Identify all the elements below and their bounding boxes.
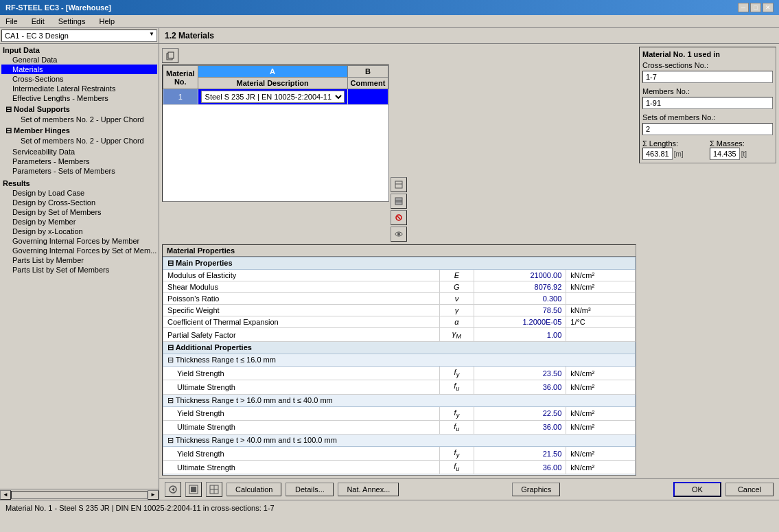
table-row[interactable]: 1 Steel S 235 JR | EN 10025-2:2004-11 [163, 89, 388, 105]
menu-file[interactable]: File [3, 16, 21, 26]
tree-item-design-member[interactable]: Design by Member [1, 217, 157, 227]
prop-row-ultimate-3: Ultimate Strength fu 36.00 kN/cm² [163, 461, 636, 474]
members-label: Members No.: [642, 87, 773, 95]
nav-btn-2[interactable] [185, 482, 202, 497]
material-desc-cell[interactable]: Steel S 235 JR | EN 10025-2:2004-11 [198, 89, 347, 105]
prop-value-elasticity: 21000.00 [474, 270, 566, 281]
right-panel: 1.2 Materials [159, 28, 779, 500]
svg-rect-14 [191, 487, 196, 492]
table-action-btn-3[interactable] [391, 210, 407, 225]
tree-item-general-data[interactable]: General Data [1, 55, 157, 65]
prop-value-thermal: 1.2000E-05 [474, 316, 566, 328]
nav-btn-1[interactable] [165, 482, 181, 497]
scroll-right-btn[interactable]: ► [148, 490, 159, 500]
table-action-btn-2[interactable] [391, 194, 407, 209]
tree-item-parameters-sets[interactable]: Parameters - Sets of Members [1, 166, 157, 176]
menu-settings[interactable]: Settings [56, 16, 89, 26]
material-dropdown[interactable]: Steel S 235 JR | EN 10025-2:2004-11 [201, 91, 345, 103]
prop-name-yield-1: Yield Strength [163, 367, 440, 380]
nav-icon-1 [168, 485, 178, 494]
content-area: Material No. A B [159, 44, 779, 478]
nav-btn-3[interactable] [206, 482, 222, 497]
prop-name-weight: Specific Weight [163, 305, 440, 316]
prop-value-poisson: 0.300 [474, 293, 566, 305]
prop-unit-yield-1: kN/cm² [566, 367, 636, 380]
tree-item-nodal-upper-chord[interactable]: Set of members No. 2 - Upper Chord [1, 115, 157, 124]
members-field: Members No.: 1-91 [642, 87, 773, 109]
prop-unit-ultimate-1: kN/cm² [566, 380, 636, 394]
prop-unit-ultimate-3: kN/cm² [566, 461, 636, 474]
tree-item-parameters-members[interactable]: Parameters - Members [1, 157, 157, 166]
tree-item-parts-list-member[interactable]: Parts List by Member [1, 255, 157, 265]
ok-btn[interactable]: OK [673, 482, 721, 497]
prop-row-yield-2: Yield Strength fy 22.50 kN/cm² [163, 406, 636, 420]
sigma-lengths-row: 463.81 [m] [642, 148, 706, 160]
table-right-toolbar [389, 47, 407, 242]
prop-name-poisson: Poisson's Ratio [163, 293, 440, 305]
prop-symbol-yield-3: fy [439, 446, 474, 460]
close-btn[interactable]: ✕ [763, 3, 774, 12]
additional-props-header-row: ⊟ Additional Properties [163, 342, 636, 354]
svg-rect-2 [395, 181, 402, 188]
action2-icon [395, 197, 403, 205]
prop-name-ultimate-2: Ultimate Strength [163, 420, 440, 434]
prop-unit-ultimate-2: kN/cm² [566, 420, 636, 434]
thickness-range-2-header: ⊟ Thickness Range t > 16.0 mm and t ≤ 40… [163, 394, 636, 406]
maximize-btn[interactable]: □ [750, 3, 761, 12]
prop-unit-yield-2: kN/cm² [566, 406, 636, 420]
tree-item-hinges-upper-chord[interactable]: Set of members No. 2 - Upper Chord [1, 136, 157, 146]
tree-item-gov-internal-member[interactable]: Governing Internal Forces by Member [1, 236, 157, 246]
col-material-no-header: Material No. [163, 66, 198, 89]
sets-value: 2 [642, 123, 773, 135]
thickness-range-4-label: ⊟ Thickness Range t > 100.0 mm and t ≤ 1… [163, 474, 636, 476]
tree-item-design-x-location[interactable]: Design by x-Location [1, 227, 157, 236]
thickness-range-3-header: ⊟ Thickness Range t > 40.0 mm and t ≤ 10… [163, 434, 636, 446]
case-selector: CA1 - EC 3 Design [0, 28, 159, 44]
prop-unit-shear: kN/cm² [566, 281, 636, 293]
tree-item-design-load-case[interactable]: Design by Load Case [1, 188, 157, 198]
details-btn[interactable]: Details... [286, 483, 334, 496]
left-panel: CA1 - EC 3 Design Input Data General Dat… [0, 28, 159, 500]
graphics-btn[interactable]: Graphics [512, 483, 560, 496]
nav-icon-2 [189, 485, 198, 494]
minimize-btn[interactable]: ─ [738, 3, 749, 12]
tree-item-parts-list-set[interactable]: Parts List by Set of Members [1, 265, 157, 275]
copy-btn[interactable] [162, 48, 178, 63]
calculation-btn[interactable]: Calculation [226, 483, 281, 496]
material-comment-cell [347, 89, 388, 105]
case-select[interactable]: CA1 - EC 3 Design [1, 30, 157, 42]
tree-item-gov-internal-set[interactable]: Governing Internal Forces by Set of Mem.… [1, 246, 157, 255]
cancel-btn[interactable]: Cancel [725, 483, 774, 496]
tree-item-materials[interactable]: Materials [1, 65, 157, 74]
properties-section: Material Properties ⊟ Main Properties Mo… [162, 244, 636, 476]
tree-panel: Input Data General Data Materials Cross-… [0, 44, 159, 489]
thickness-range-1-header: ⊟ Thickness Range t ≤ 16.0 mm [163, 354, 636, 367]
sets-field: Sets of members No.: 2 [642, 113, 773, 135]
thickness-range-3-label: ⊟ Thickness Range t > 40.0 mm and t ≤ 10… [163, 434, 636, 446]
tree-group-member-hinges: ⊟ Member Hinges [1, 126, 157, 136]
prop-symbol-shear: G [439, 281, 474, 293]
tree-item-effective-lengths[interactable]: Effective Lengths - Members [1, 93, 157, 103]
sigma-masses-row: 14.435 [t] [710, 148, 773, 160]
prop-value-shear: 8076.92 [474, 281, 566, 293]
prop-value-ultimate-3: 36.00 [474, 461, 566, 474]
table-action-btn-4[interactable] [391, 227, 407, 242]
thickness-range-2-label: ⊟ Thickness Range t > 16.0 mm and t ≤ 40… [163, 394, 636, 406]
sigma-masses-item: Σ Masses: 14.435 [t] [710, 139, 773, 160]
tree-item-cross-sections[interactable]: Cross-Sections [1, 74, 157, 84]
tree-item-serviceability[interactable]: Serviceability Data [1, 147, 157, 157]
tree-item-intermediate-lateral[interactable]: Intermediate Lateral Restraints [1, 84, 157, 93]
svg-rect-4 [395, 198, 402, 205]
title-bar-buttons: ─ □ ✕ [738, 3, 774, 12]
tree-item-design-cross-section[interactable]: Design by Cross-Section [1, 198, 157, 207]
table-action-btn-1[interactable] [391, 177, 407, 192]
nat-annex-btn[interactable]: Nat. Annex... [338, 483, 399, 496]
tree-item-design-set-members[interactable]: Design by Set of Members [1, 207, 157, 217]
prop-symbol-poisson: ν [439, 293, 474, 305]
menu-edit[interactable]: Edit [29, 16, 47, 26]
menu-help[interactable]: Help [96, 16, 117, 26]
scroll-left-btn[interactable]: ◄ [0, 490, 11, 500]
prop-name-elasticity: Modulus of Elasticity [163, 270, 440, 281]
prop-row-ultimate-1: Ultimate Strength fu 36.00 kN/cm² [163, 380, 636, 394]
prop-unit-elasticity: kN/cm² [566, 270, 636, 281]
